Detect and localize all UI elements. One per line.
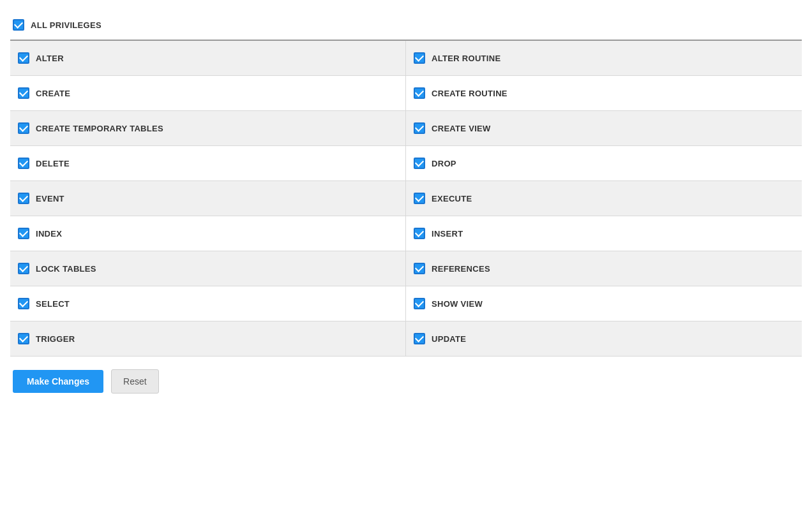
privilege-label-right-8: UPDATE (432, 334, 466, 344)
privilege-label-left-0: ALTER (36, 54, 64, 63)
privilege-cell-left-6: LOCK TABLES (10, 251, 406, 286)
privilege-cell-right-0: ALTER ROUTINE (406, 41, 802, 76)
privilege-label-right-0: ALTER ROUTINE (432, 54, 500, 63)
privilege-cell-right-4: EXECUTE (406, 181, 802, 216)
checkbox-right-6[interactable] (414, 263, 425, 274)
privilege-label-left-1: CREATE (36, 89, 70, 98)
privilege-label-left-6: LOCK TABLES (36, 264, 96, 274)
privilege-cell-left-7: SELECT (10, 286, 406, 321)
privilege-cell-left-1: CREATE (10, 76, 406, 111)
checkbox-left-4[interactable] (18, 193, 29, 204)
checkbox-right-5[interactable] (414, 228, 425, 239)
checkbox-left-7[interactable] (18, 298, 29, 309)
privilege-label-left-2: CREATE TEMPORARY TABLES (36, 124, 163, 133)
all-privileges-row: ALL PRIVILEGES (10, 13, 802, 41)
checkbox-left-1[interactable] (18, 87, 29, 99)
make-changes-button[interactable]: Make Changes (13, 370, 103, 393)
privilege-label-left-5: INDEX (36, 229, 62, 239)
privilege-label-left-3: DELETE (36, 159, 70, 168)
privilege-label-right-3: DROP (432, 159, 456, 168)
privilege-cell-right-5: INSERT (406, 216, 802, 251)
privilege-label-right-7: SHOW VIEW (432, 299, 483, 309)
privilege-cell-right-1: CREATE ROUTINE (406, 76, 802, 111)
privilege-cell-right-2: CREATE VIEW (406, 111, 802, 146)
checkbox-left-5[interactable] (18, 228, 29, 239)
checkbox-right-1[interactable] (414, 87, 425, 99)
privilege-cell-left-8: TRIGGER (10, 321, 406, 357)
privilege-cell-right-3: DROP (406, 146, 802, 181)
privilege-cell-left-2: CREATE TEMPORARY TABLES (10, 111, 406, 146)
privilege-cell-left-5: INDEX (10, 216, 406, 251)
privilege-label-left-7: SELECT (36, 299, 70, 309)
privilege-label-right-2: CREATE VIEW (432, 124, 491, 133)
privilege-label-right-1: CREATE ROUTINE (432, 89, 508, 98)
privilege-label-right-6: REFERENCES (432, 264, 490, 274)
privileges-grid: ALTER ALTER ROUTINE CREATE CREATE ROUTIN… (10, 41, 802, 357)
all-privileges-checkbox[interactable] (13, 19, 24, 31)
checkbox-left-6[interactable] (18, 263, 29, 274)
checkbox-right-8[interactable] (414, 333, 425, 344)
privilege-label-left-4: EVENT (36, 194, 64, 203)
checkbox-left-2[interactable] (18, 122, 29, 134)
checkbox-left-0[interactable] (18, 52, 29, 64)
privilege-cell-left-0: ALTER (10, 41, 406, 76)
page-container: ALL PRIVILEGES ALTER ALTER ROUTINE CREAT… (0, 0, 812, 523)
privilege-cell-right-8: UPDATE (406, 321, 802, 357)
privilege-label-right-4: EXECUTE (432, 194, 472, 203)
checkbox-right-4[interactable] (414, 193, 425, 204)
checkbox-right-2[interactable] (414, 122, 425, 134)
privilege-cell-left-4: EVENT (10, 181, 406, 216)
privilege-cell-right-6: REFERENCES (406, 251, 802, 286)
checkbox-left-8[interactable] (18, 333, 29, 344)
privilege-label-right-5: INSERT (432, 229, 463, 239)
checkbox-right-7[interactable] (414, 298, 425, 309)
checkbox-right-0[interactable] (414, 52, 425, 64)
reset-button[interactable]: Reset (111, 369, 159, 394)
privilege-cell-right-7: SHOW VIEW (406, 286, 802, 321)
footer: Make Changes Reset (10, 357, 802, 394)
checkbox-left-3[interactable] (18, 158, 29, 169)
privilege-cell-left-3: DELETE (10, 146, 406, 181)
all-privileges-label: ALL PRIVILEGES (31, 20, 102, 30)
privilege-label-left-8: TRIGGER (36, 334, 75, 344)
checkbox-right-3[interactable] (414, 158, 425, 169)
